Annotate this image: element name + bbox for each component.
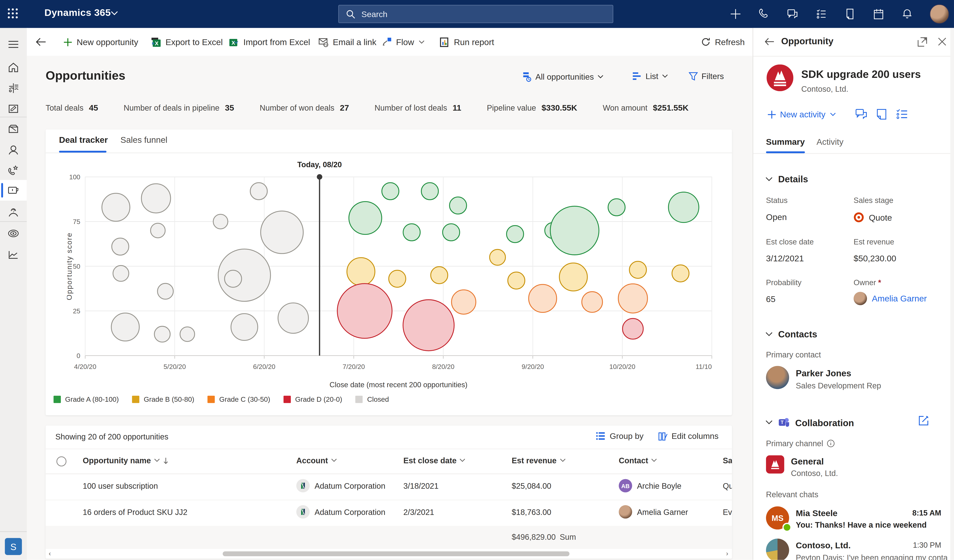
checklist-icon[interactable] bbox=[896, 109, 908, 119]
bubble[interactable] bbox=[431, 267, 448, 284]
details-section-header[interactable]: Details bbox=[765, 174, 808, 184]
table-row[interactable]: 100 user subscription Adatum Corporation… bbox=[46, 474, 732, 501]
phone-icon[interactable] bbox=[758, 8, 770, 20]
channel-name[interactable]: General bbox=[791, 457, 824, 466]
tab-sales-funnel[interactable]: Sales funnel bbox=[120, 135, 167, 145]
bubble[interactable] bbox=[382, 183, 399, 200]
bubble[interactable] bbox=[443, 224, 460, 241]
compose-icon[interactable] bbox=[918, 415, 929, 426]
bubble[interactable] bbox=[141, 184, 170, 213]
cell-account[interactable]: Adatum Corporation bbox=[296, 505, 385, 518]
bubble[interactable] bbox=[403, 224, 420, 241]
status-value[interactable]: Open bbox=[766, 212, 787, 222]
bubble[interactable] bbox=[231, 314, 258, 341]
run-report-button[interactable]: Run report bbox=[439, 28, 494, 56]
table-row[interactable]: 16 orders of Product SKU JJ2 Adatum Corp… bbox=[46, 499, 732, 526]
home-icon[interactable] bbox=[7, 61, 19, 73]
back-button[interactable] bbox=[35, 28, 46, 56]
bubble[interactable] bbox=[507, 226, 524, 243]
bubble[interactable] bbox=[154, 326, 170, 342]
bubble[interactable] bbox=[403, 300, 454, 351]
bubble[interactable] bbox=[559, 263, 587, 291]
bubble[interactable] bbox=[112, 238, 129, 255]
hamburger-menu-icon[interactable] bbox=[7, 38, 19, 50]
bubble[interactable] bbox=[669, 192, 699, 222]
chat-icon[interactable] bbox=[856, 109, 867, 120]
bubble[interactable] bbox=[260, 211, 303, 254]
close-icon[interactable] bbox=[937, 37, 947, 46]
primary-contact-avatar[interactable] bbox=[766, 366, 789, 389]
bubble[interactable] bbox=[250, 183, 267, 200]
tab-summary[interactable]: Summary bbox=[766, 137, 805, 146]
bubble[interactable] bbox=[450, 197, 467, 214]
bubble[interactable] bbox=[389, 270, 406, 287]
app-title[interactable]: Dynamics 365 bbox=[44, 7, 111, 18]
bubble[interactable] bbox=[157, 283, 173, 299]
bubble[interactable] bbox=[151, 223, 165, 238]
bubble[interactable] bbox=[213, 214, 228, 229]
global-search[interactable] bbox=[338, 5, 613, 23]
bubble[interactable] bbox=[278, 303, 309, 333]
note-icon[interactable] bbox=[877, 109, 887, 120]
owner-link[interactable]: Amelia Garner bbox=[872, 294, 927, 303]
est-close-date-value[interactable]: 3/12/2021 bbox=[766, 254, 804, 263]
group-by-button[interactable]: Group by bbox=[597, 431, 644, 441]
cell-contact[interactable]: Amelia Garner bbox=[619, 505, 688, 518]
bubble[interactable] bbox=[421, 183, 438, 200]
record-subtitle[interactable]: Contoso, Ltd. bbox=[801, 85, 848, 94]
email-link-button[interactable]: Email a link bbox=[318, 28, 376, 56]
layout-selector[interactable]: List bbox=[633, 72, 668, 81]
bubble[interactable] bbox=[349, 202, 382, 234]
bubble[interactable] bbox=[224, 270, 242, 287]
panel-back-icon[interactable] bbox=[764, 38, 775, 46]
bubble[interactable] bbox=[113, 266, 129, 282]
column-sales-stage-clipped[interactable]: Sa bbox=[723, 456, 732, 465]
area-switcher-sales[interactable]: S bbox=[5, 538, 22, 555]
chevron-down-icon[interactable] bbox=[111, 11, 118, 16]
column-account[interactable]: Account bbox=[296, 456, 337, 465]
info-icon[interactable] bbox=[827, 439, 835, 447]
activities-icon[interactable] bbox=[7, 103, 19, 115]
column-contact[interactable]: Contact bbox=[619, 456, 657, 465]
task-list-icon[interactable] bbox=[815, 8, 828, 20]
reports-icon[interactable] bbox=[7, 249, 19, 261]
tab-deal-tracker[interactable]: Deal tracker bbox=[59, 135, 108, 145]
chat-name[interactable]: Contoso, Ltd. bbox=[796, 540, 851, 550]
page-icon[interactable] bbox=[844, 8, 856, 20]
sidebar-item-opportunities-selected[interactable] bbox=[0, 180, 27, 201]
waffle-icon[interactable] bbox=[7, 8, 18, 19]
flow-button[interactable]: Flow bbox=[382, 28, 424, 56]
cell-contact[interactable]: AB Archie Boyle bbox=[619, 479, 681, 492]
new-opportunity-button[interactable]: New opportunity bbox=[63, 28, 138, 56]
add-icon[interactable] bbox=[730, 8, 742, 20]
refresh-button[interactable]: Refresh bbox=[701, 28, 745, 56]
bubble[interactable] bbox=[347, 258, 375, 286]
teams-chat-icon[interactable] bbox=[787, 8, 799, 20]
bubble[interactable] bbox=[672, 265, 689, 282]
select-all-checkbox[interactable] bbox=[56, 456, 67, 467]
bubble[interactable] bbox=[622, 319, 643, 339]
stage-value[interactable]: Quote bbox=[854, 212, 892, 222]
export-excel-button[interactable]: X Export to Excel bbox=[151, 28, 223, 56]
collaboration-section-header[interactable]: T Collaboration bbox=[765, 417, 854, 428]
cell-opportunity-name[interactable]: 16 orders of Product SKU JJ2 bbox=[83, 507, 187, 517]
contacts-icon[interactable] bbox=[7, 144, 19, 156]
chat-name[interactable]: Mia Steele bbox=[796, 508, 837, 518]
primary-contact-name[interactable]: Parker Jones bbox=[796, 369, 851, 378]
est-revenue-value[interactable]: $50,230.00 bbox=[854, 254, 896, 263]
user-avatar[interactable] bbox=[930, 4, 949, 23]
bubble[interactable] bbox=[618, 284, 647, 313]
column-est-revenue[interactable]: Est revenue bbox=[511, 456, 566, 465]
panel-scrollbar[interactable] bbox=[951, 28, 954, 560]
cell-account[interactable]: Adatum Corporation bbox=[296, 479, 385, 492]
bubble[interactable] bbox=[111, 313, 139, 341]
filters-button[interactable]: Filters bbox=[689, 72, 724, 81]
view-selector[interactable]: All opportunities bbox=[522, 72, 603, 82]
bubble[interactable] bbox=[489, 249, 505, 265]
goals-icon[interactable] bbox=[7, 227, 19, 240]
expand-icon[interactable] bbox=[917, 37, 927, 47]
scrollbar-thumb[interactable] bbox=[223, 551, 569, 556]
calendar-icon[interactable] bbox=[873, 8, 885, 20]
bubble[interactable] bbox=[528, 285, 557, 313]
accounts-icon[interactable] bbox=[7, 123, 19, 135]
